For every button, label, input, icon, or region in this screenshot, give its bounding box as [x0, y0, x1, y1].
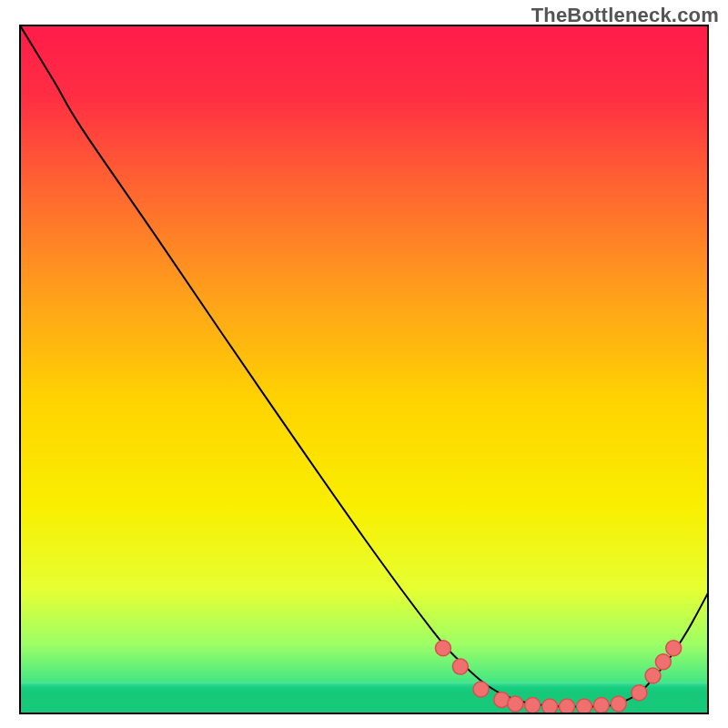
curve-point [645, 668, 661, 683]
curve-point [494, 692, 510, 707]
curve-point [655, 654, 671, 670]
curve-point [452, 659, 468, 674]
curve-point [666, 641, 682, 656]
attribution-label: TheBottleneck.com [531, 4, 719, 27]
curve-point [632, 685, 647, 701]
curve-point [593, 697, 609, 713]
curve-point [525, 697, 541, 713]
curve-point [473, 682, 489, 697]
curve-point [560, 699, 575, 714]
curve-point [576, 699, 592, 714]
curve-point [542, 699, 558, 714]
curve-point [508, 696, 523, 712]
gradient-background [20, 25, 708, 713]
curve-point [611, 696, 626, 712]
bottleneck-chart [0, 0, 728, 728]
curve-point [435, 641, 450, 656]
